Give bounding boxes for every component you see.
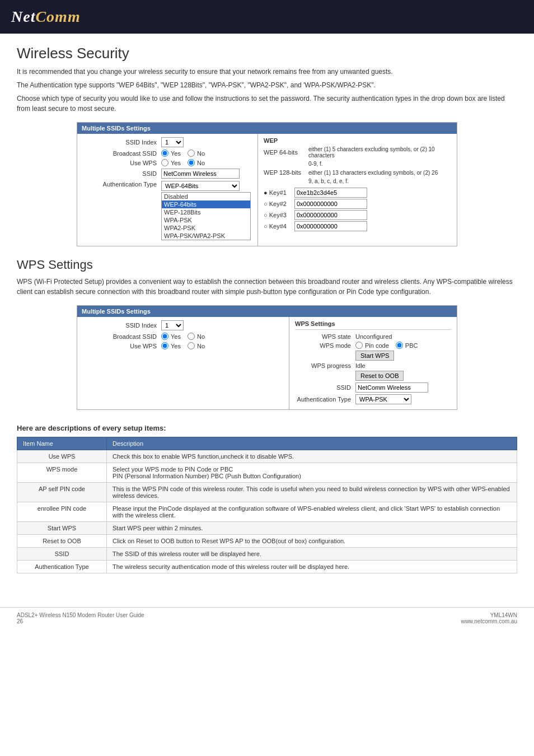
item-name-cell: Use WPS <box>17 450 107 463</box>
wps-mode-pbc-radio[interactable] <box>396 342 403 349</box>
wps-sidebar-label: WPS Settings <box>295 320 451 330</box>
wps-panel-body: SSID Index 1 Broadcast SSID Yes No <box>77 317 457 409</box>
broadcast-ssid-radios: Yes No <box>161 150 209 157</box>
wps-use-wps-no-radio[interactable] <box>188 342 195 349</box>
ssid-index-row: SSID Index 1 <box>84 137 251 147</box>
wps-ssid-row: SSID <box>295 382 451 393</box>
key1-input[interactable] <box>294 188 367 198</box>
footer-left-line2: 26 <box>17 618 144 624</box>
footer: ADSL2+ Wireless N150 Modem Router User G… <box>0 607 534 629</box>
auth-type-row: Authentication Type WEP-64Bits Disabled … <box>84 181 251 240</box>
wps-broadcast-radios: Yes No <box>161 333 209 340</box>
table-row: Use WPSCheck this box to enable WPS func… <box>17 450 517 463</box>
key2-label: ○ Key#2 <box>264 200 294 207</box>
wireless-security-title: Wireless Security <box>17 45 517 62</box>
wep128-row: WEP 128-bits either (1) 13 characters ex… <box>264 169 451 176</box>
wep128-desc: either (1) 13 characters excluding symbo… <box>308 170 438 176</box>
wps-auth-row: Authentication Type WPA-PSK <box>295 394 451 404</box>
wps-broadcast-no-label: No <box>197 333 205 340</box>
wps-broadcast-yes-radio[interactable] <box>161 333 168 340</box>
dropdown-disabled[interactable]: Disabled <box>162 193 250 200</box>
use-wps-yes-label: Yes <box>171 160 181 166</box>
auth-dropdown[interactable]: Disabled WEP-64bits WEP-128Bits WPA-PSK … <box>161 192 251 240</box>
auth-type-select[interactable]: WEP-64Bits <box>161 181 240 191</box>
item-desc-cell: The wireless security authentication mod… <box>107 561 517 573</box>
wep-panel-body: SSID Index 1 Broadcast SSID Yes No <box>77 134 457 246</box>
wps-use-wps-yes-radio[interactable] <box>161 342 168 349</box>
logo: NetComm <box>11 8 81 26</box>
item-name-cell: Reset to OOB <box>17 535 107 548</box>
key3-input[interactable] <box>294 210 367 220</box>
ws-para1: It is recommended that you change your w… <box>17 67 517 77</box>
ssid-input[interactable] <box>161 169 240 179</box>
wps-progress-row: WPS progress Idle <box>295 362 451 369</box>
use-wps-label: Use WPS <box>84 160 157 166</box>
wps-broadcast-no-radio[interactable] <box>188 333 195 340</box>
ws-para2: The Authentication type supports "WEP 64… <box>17 80 517 90</box>
wps-progress-label: WPS progress <box>295 362 351 369</box>
col-description: Description <box>107 437 517 450</box>
broadcast-ssid-row: Broadcast SSID Yes No <box>84 150 251 157</box>
dropdown-wpa-psk-wpa2[interactable]: WPA-PSK/WPA2-PSK <box>162 232 250 240</box>
footer-left: ADSL2+ Wireless N150 Modem Router User G… <box>17 612 144 624</box>
use-wps-row: Use WPS Yes No <box>84 159 251 166</box>
wps-panel-fields: SSID Index 1 Broadcast SSID Yes No <box>77 317 289 409</box>
wps-mode-pin-label: Pin code <box>365 342 389 349</box>
wps-mode-pin-radio[interactable] <box>355 342 363 349</box>
wep-panel-fields: SSID Index 1 Broadcast SSID Yes No <box>77 134 257 246</box>
item-name-cell: SSID <box>17 548 107 561</box>
broadcast-no-radio[interactable] <box>188 150 195 157</box>
broadcast-yes-label: Yes <box>171 150 181 157</box>
ws-para3: Choose which type of security you would … <box>17 94 517 114</box>
footer-right-line2: www.netcomm.com.au <box>461 618 517 624</box>
item-desc-cell: Please input the PinCode displayed at th… <box>107 502 517 522</box>
key4-input[interactable] <box>294 221 367 231</box>
wps-settings-title: WPS Settings <box>17 258 517 272</box>
wps-panel-header: Multiple SSIDs Settings <box>77 306 457 317</box>
wps-broadcast-yes-label: Yes <box>171 333 181 340</box>
col-item-name: Item Name <box>17 437 107 450</box>
wps-auth-label: Authentication Type <box>295 396 351 403</box>
wps-use-wps-yes-label: Yes <box>171 343 181 349</box>
wps-settings-panel: Multiple SSIDs Settings SSID Index 1 Bro… <box>77 305 457 410</box>
item-desc-cell: The SSID of this wireless router will be… <box>107 548 517 561</box>
dropdown-wep128[interactable]: WEP-128Bits <box>162 208 250 216</box>
ssid-index-select[interactable]: 1 <box>161 137 184 147</box>
wps-mode-radios: Pin code PBC <box>355 342 422 349</box>
wps-para1: WPS (Wi-Fi Protected Setup) provides a c… <box>17 277 517 297</box>
wps-ssid-index-select[interactable]: 1 <box>161 320 184 330</box>
item-name-cell: WPS mode <box>17 463 107 483</box>
wps-ssid-input[interactable] <box>355 382 428 393</box>
wps-broadcast-label: Broadcast SSID <box>84 333 157 340</box>
reset-oob-row: Reset to OOB <box>295 371 451 381</box>
reset-oob-button[interactable]: Reset to OOB <box>355 371 404 381</box>
desc-heading: Here are descriptions of every setup ite… <box>17 424 517 432</box>
key2-input[interactable] <box>294 199 367 209</box>
wps-auth-select[interactable]: WPA-PSK <box>355 394 411 404</box>
use-wps-radios: Yes No <box>161 159 209 166</box>
footer-left-line1: ADSL2+ Wireless N150 Modem Router User G… <box>17 612 144 618</box>
key3-label: ○ Key#3 <box>264 212 294 218</box>
dropdown-wpa2-psk[interactable]: WPA2-PSK <box>162 224 250 232</box>
table-row: Start WPSStart WPS peer within 2 minutes… <box>17 522 517 535</box>
footer-right: YML14WN www.netcomm.com.au <box>461 612 517 624</box>
item-desc-cell: Select your WPS mode to PIN Code or PBC … <box>107 463 517 483</box>
dropdown-wep64[interactable]: WEP-64bits <box>162 200 250 208</box>
wep64-row: WEP 64-bits either (1) 5 characters excl… <box>264 146 451 158</box>
wps-mode-pbc-label: PBC <box>405 342 418 349</box>
descriptions-section: Here are descriptions of every setup ite… <box>17 424 517 573</box>
item-desc-cell: Click on Reset to OOB button to Reset WP… <box>107 535 517 548</box>
key4-label: ○ Key#4 <box>264 223 294 230</box>
dropdown-wpa-psk[interactable]: WPA-PSK <box>162 216 250 224</box>
wep128-desc2: 9, a, b, c, d, e, f. <box>264 178 451 184</box>
header: NetComm <box>0 0 534 34</box>
wps-use-wps-label: Use WPS <box>84 343 157 349</box>
wps-ssid-index-label: SSID Index <box>84 322 157 329</box>
item-name-cell: enrollee PIN code <box>17 502 107 522</box>
footer-right-line1: YML14WN <box>461 612 517 618</box>
broadcast-yes-radio[interactable] <box>161 150 168 157</box>
main-content: Wireless Security It is recommended that… <box>0 34 534 590</box>
use-wps-no-radio[interactable] <box>188 159 195 166</box>
start-wps-button[interactable]: Start WPS <box>355 351 394 361</box>
use-wps-yes-radio[interactable] <box>161 159 168 166</box>
